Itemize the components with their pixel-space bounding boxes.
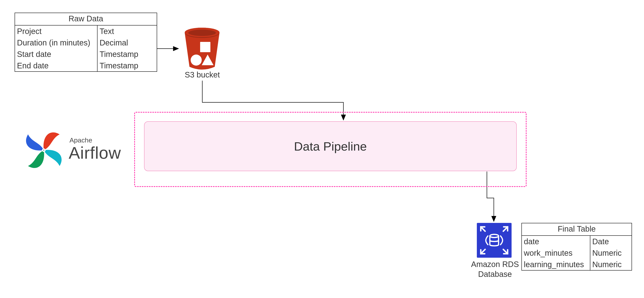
diagram-stage: Raw Data Project Duration (in minutes) S…	[0, 0, 644, 298]
s3-bucket-icon	[181, 24, 223, 70]
final-table: Final Table date work_minutes learning_m…	[522, 223, 632, 270]
raw-data-title: Raw Data	[15, 13, 157, 26]
svg-point-2	[188, 30, 216, 36]
pipeline-label: Data Pipeline	[294, 139, 367, 153]
raw-field: End date	[15, 60, 97, 71]
raw-type: Timestamp	[98, 60, 157, 71]
final-type: Numeric	[590, 247, 632, 259]
raw-type: Text	[98, 26, 157, 37]
rds-label: Amazon RDS Database	[467, 259, 522, 279]
raw-data-table: Raw Data Project Duration (in minutes) S…	[14, 13, 157, 72]
airflow-logo: Apache Airflow	[22, 128, 129, 172]
final-field: date	[522, 236, 590, 247]
final-table-title: Final Table	[522, 223, 632, 236]
raw-field: Project	[15, 26, 97, 37]
final-field: work_minutes	[522, 247, 590, 259]
svg-rect-3	[200, 42, 210, 52]
s3-bucket-label: S3 bucket	[172, 70, 233, 79]
rds-icon	[477, 223, 512, 258]
final-type: Date	[590, 236, 632, 247]
raw-type: Timestamp	[98, 48, 157, 60]
raw-field: Start date	[15, 48, 97, 60]
airflow-brand-big: Airflow	[69, 143, 121, 163]
raw-type: Decimal	[98, 37, 157, 48]
svg-point-4	[191, 55, 202, 66]
final-type: Numeric	[590, 259, 632, 270]
raw-field: Duration (in minutes)	[15, 37, 97, 48]
final-field: learning_minutes	[522, 259, 590, 270]
pipeline-box: Data Pipeline	[144, 121, 517, 171]
